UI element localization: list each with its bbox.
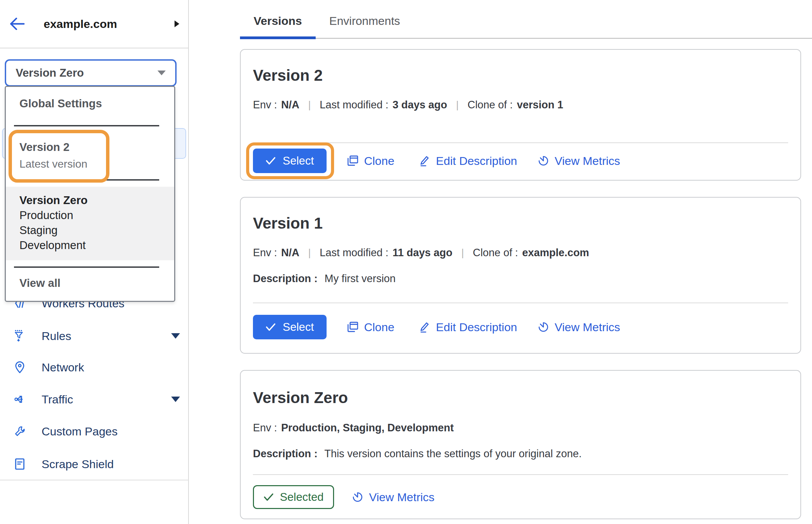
modified-value: 11 days ago xyxy=(392,247,452,259)
description-value: My first version xyxy=(325,273,395,284)
version-selector-value: Version Zero xyxy=(16,66,84,79)
pie-chart-icon xyxy=(538,155,549,167)
view-metrics-label: View Metrics xyxy=(555,154,620,168)
zone-header[interactable]: example.com xyxy=(0,0,188,48)
check-icon xyxy=(266,323,276,331)
version-description: Description : This version contains the … xyxy=(253,448,788,460)
tab-bar: Versions Environments xyxy=(240,0,812,39)
clone-link[interactable]: Clone xyxy=(347,321,394,334)
sidebar-item-traffic[interactable]: Traffic xyxy=(0,384,188,414)
tab-environments[interactable]: Environments xyxy=(316,0,414,38)
env-label: Env : xyxy=(253,247,277,259)
env-label: Env : xyxy=(253,422,277,434)
version-selector[interactable]: Version Zero xyxy=(5,59,177,87)
clone-link-label: Clone xyxy=(364,154,394,168)
check-icon xyxy=(264,493,274,501)
caret-right-icon[interactable] xyxy=(175,20,179,27)
version-card-version-zero: Version Zero Env : Production, Staging, … xyxy=(240,370,801,519)
clone-link-label: Clone xyxy=(364,321,394,334)
version-description: Description : My first version xyxy=(253,273,788,285)
modified-value: 3 days ago xyxy=(392,99,447,111)
pencil-icon xyxy=(419,321,431,333)
caret-down-icon xyxy=(157,71,166,75)
clone-of-label: Clone of : xyxy=(473,247,518,259)
select-button[interactable]: Select xyxy=(253,149,327,173)
tab-versions[interactable]: Versions xyxy=(240,0,316,38)
sidebar-item-label: Traffic xyxy=(42,393,73,406)
card-divider xyxy=(253,303,788,303)
edit-description-link[interactable]: Edit Description xyxy=(419,321,517,334)
meta-separator: | xyxy=(308,247,311,259)
description-label: Description : xyxy=(253,448,317,460)
sidebar-item-label: Rules xyxy=(42,329,71,343)
select-button-label: Select xyxy=(283,154,314,167)
sidebar-footer-divider xyxy=(0,480,189,480)
view-metrics-link[interactable]: View Metrics xyxy=(538,321,620,334)
view-metrics-label: View Metrics xyxy=(555,321,620,334)
filter-funnel-icon xyxy=(14,330,25,341)
sidebar-item-scrape-shield[interactable]: Scrape Shield xyxy=(0,449,188,479)
dropdown-version-title: Version 2 xyxy=(19,141,99,154)
view-metrics-label: View Metrics xyxy=(369,491,434,504)
version-meta: Env : Production, Staging, Development xyxy=(253,422,788,434)
version-card-title: Version 2 xyxy=(253,66,788,84)
card-divider xyxy=(253,474,788,475)
view-metrics-link[interactable]: View Metrics xyxy=(538,154,620,168)
sidebar-item-label: Network xyxy=(42,361,84,374)
env-label: Env : xyxy=(253,99,277,111)
dropdown-item-version-zero[interactable]: Version Zero Production Staging Developm… xyxy=(6,187,174,260)
edit-description-label: Edit Description xyxy=(436,321,517,334)
env-value: N/A xyxy=(281,247,299,259)
sidebar-item-label: Scrape Shield xyxy=(42,458,114,471)
modified-label: Last modified : xyxy=(320,99,389,111)
clone-icon xyxy=(347,155,359,167)
document-icon xyxy=(14,459,25,469)
back-arrow-icon[interactable] xyxy=(9,16,25,32)
chevron-down-icon[interactable] xyxy=(171,397,180,402)
clone-link[interactable]: Clone xyxy=(347,154,394,168)
dropdown-env: Development xyxy=(19,238,161,253)
version-card-version-1: Version 1 Env : N/A | Last modified : 11… xyxy=(240,197,801,354)
view-metrics-link[interactable]: View Metrics xyxy=(352,491,434,504)
version-card-version-2: Version 2 Env : N/A | Last modified : 3 … xyxy=(240,49,801,181)
version-meta: Env : N/A | Last modified : 11 days ago … xyxy=(253,247,788,259)
card-actions: Selected View Metrics xyxy=(253,485,788,519)
chevron-down-icon[interactable] xyxy=(171,333,180,339)
dropdown-item-global-settings[interactable]: Global Settings xyxy=(6,87,174,110)
sidebar-item-label: Custom Pages xyxy=(42,425,118,438)
meta-separator: | xyxy=(456,99,459,111)
env-value: Production, Staging, Development xyxy=(281,422,454,434)
sidebar-item-custom-pages[interactable]: Custom Pages xyxy=(0,416,188,446)
select-button-label: Select xyxy=(283,321,314,334)
description-label: Description : xyxy=(253,273,317,284)
card-divider xyxy=(253,142,788,143)
version-dropdown-panel: Global Settings Version 2 Latest version… xyxy=(5,86,175,302)
main-content: Versions Environments Version 2 Env : N/… xyxy=(189,0,812,524)
dropdown-env: Production xyxy=(19,208,161,223)
edit-description-link[interactable]: Edit Description xyxy=(419,154,517,168)
dropdown-env: Staging xyxy=(19,223,161,238)
sidebar-item-rules[interactable]: Rules xyxy=(0,321,188,351)
clone-of-label: Clone of : xyxy=(468,99,513,111)
dropdown-divider xyxy=(14,125,159,126)
version-card-title: Version Zero xyxy=(253,388,788,407)
selected-button[interactable]: Selected xyxy=(253,485,334,509)
pie-chart-icon xyxy=(352,491,363,503)
edit-description-label: Edit Description xyxy=(436,154,517,168)
meta-separator: | xyxy=(461,247,464,259)
clone-of-value: example.com xyxy=(522,247,589,259)
selected-button-label: Selected xyxy=(280,491,324,504)
dropdown-version-title: Version Zero xyxy=(19,193,161,208)
description-value: This version contains the settings of yo… xyxy=(325,448,582,460)
zone-name: example.com xyxy=(44,17,117,31)
pencil-icon xyxy=(419,155,431,167)
clone-of-value: version 1 xyxy=(517,99,563,111)
dropdown-item-version-2-annotated[interactable]: Version 2 Latest version xyxy=(9,130,109,183)
sidebar-item-network[interactable]: Network xyxy=(0,352,188,382)
sidebar: example.com Version Zero Workers Routes … xyxy=(0,0,189,524)
check-icon xyxy=(266,157,276,165)
env-value: N/A xyxy=(281,99,299,111)
dropdown-item-view-all[interactable]: View all xyxy=(6,268,174,300)
select-button[interactable]: Select xyxy=(253,315,327,339)
dropdown-version-subtitle: Latest version xyxy=(19,158,99,170)
